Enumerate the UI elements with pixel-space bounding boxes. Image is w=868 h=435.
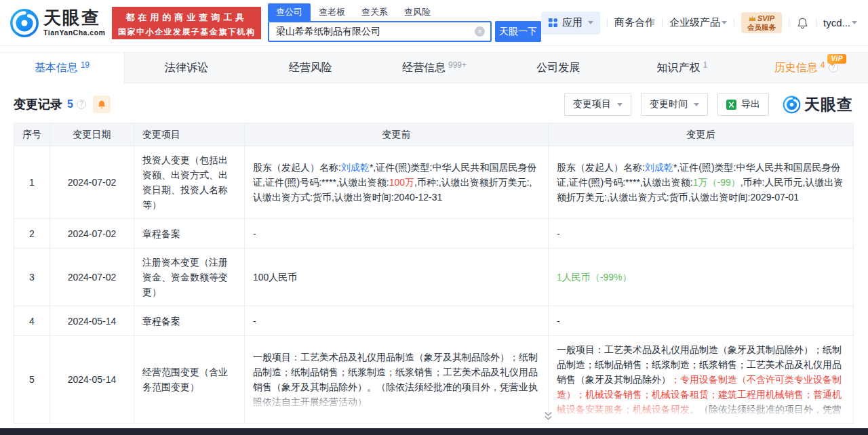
nav-tab-label: 经营信息 xyxy=(402,61,446,75)
cell-change-item: 经营范围变更（含业务范围变更） xyxy=(134,336,245,423)
column-header-date: 变更日期 xyxy=(50,123,134,146)
user-menu[interactable]: tycd... xyxy=(823,17,857,28)
tianyancha-logo[interactable]: 天眼查 TianYanCha.com xyxy=(9,8,105,38)
enterprise-product-link[interactable]: 企业级产品 xyxy=(669,16,727,29)
nav-tab-label: 经营风险 xyxy=(289,61,332,75)
search-tab-3[interactable]: 查关系 xyxy=(353,3,396,21)
cell-seq: 5 xyxy=(14,336,50,423)
filter-label: 变更时间 xyxy=(650,98,688,110)
search-tab-2[interactable]: 查老板 xyxy=(311,3,353,21)
slogan-line2: 国家中小企业发展子基金旗下机构 xyxy=(112,26,261,38)
divider xyxy=(734,18,734,28)
search-input[interactable] xyxy=(269,26,490,37)
cell-before: 一般项目：工艺美术品及礼仪用品制造（象牙及其制品除外）；纸制品制造；纸制品销售；… xyxy=(245,336,549,423)
cell-before: - xyxy=(245,219,549,249)
section-count: 5 xyxy=(67,98,73,110)
cell-before: 股东（发起人）名称:刘成乾*,证件(照)类型:中华人民共和国居民身份证,证件(照… xyxy=(245,146,549,219)
cell-before: 100人民币 xyxy=(245,249,549,306)
header-menu: 应用 商务合作 企业级产品 SVIP 会员服务 tycd... xyxy=(541,12,857,35)
nav-tab-count: 999+ xyxy=(448,60,467,70)
text-segment: 股东（发起人）名称: xyxy=(253,162,341,173)
cell-change-date: 2024-07-02 xyxy=(50,249,134,306)
section-title: 变更记录 xyxy=(14,96,62,112)
svip-sublabel: 会员服务 xyxy=(747,23,776,32)
biz-cooperation-link[interactable]: 商务合作 xyxy=(614,16,655,29)
search-tabs: 查公司查老板查关系查风险 xyxy=(268,3,541,21)
cell-change-item: 投资人变更（包括出资额、出资方式、出资日期、投资人名称等） xyxy=(134,146,245,219)
nav-tab-label: 法律诉讼 xyxy=(165,61,208,75)
divider xyxy=(816,18,816,28)
nav-tab-4[interactable]: 经营信息999+ xyxy=(372,53,496,83)
cell-after: - xyxy=(549,219,854,249)
chevron-down-icon xyxy=(588,21,593,24)
notification-bell-icon[interactable] xyxy=(796,16,809,30)
text-segment: - xyxy=(557,228,560,239)
tianyancha-watermark-icon xyxy=(783,96,801,114)
person-link[interactable]: 刘成乾 xyxy=(645,162,673,173)
nav-tab-7[interactable]: 历史信息4?VIP xyxy=(744,53,868,83)
logo-title: 天眼查 xyxy=(43,9,105,26)
nav-tab-label: 公司发展 xyxy=(536,61,580,75)
cell-after: 股东（发起人）名称:刘成乾*,证件(照)类型:中华人民共和国居民身份证,证件(照… xyxy=(549,146,854,219)
divider xyxy=(607,18,608,28)
cell-change-item: 章程备案 xyxy=(134,306,245,336)
apps-grid-icon xyxy=(548,18,558,28)
table-row: 4 2024-05-14 章程备案 - - xyxy=(14,306,854,336)
table-row: 5 2024-05-14 经营范围变更（含业务范围变更） 一般项目：工艺美术品及… xyxy=(14,336,854,423)
subscribe-bell-button[interactable] xyxy=(93,96,111,113)
text-segment: 。（除依法须经批准的项目外，凭营 xyxy=(690,404,842,415)
table-row: 2 2024-07-02 章程备案 - - xyxy=(14,219,854,249)
nav-tab-1[interactable]: 基本信息19 xyxy=(0,53,125,83)
filter-button-2[interactable]: 变更时间 xyxy=(641,93,708,116)
svip-badge[interactable]: SVIP 会员服务 xyxy=(741,12,782,34)
person-link[interactable]: 刘成乾 xyxy=(341,162,370,173)
search-tab-4[interactable]: 查风险 xyxy=(396,3,439,21)
help-icon[interactable]: ? xyxy=(77,100,86,109)
nav-tab-5[interactable]: 公司发展 xyxy=(496,53,620,83)
export-button[interactable]: 导出 xyxy=(717,93,769,116)
text-segment: 股东（发起人）名称: xyxy=(557,162,645,173)
nav-tab-2[interactable]: 法律诉讼 xyxy=(125,53,249,83)
nav-tab-6[interactable]: 知识产权1 xyxy=(620,53,745,83)
nav-tab-count: 4 xyxy=(821,60,825,70)
text-segment: 1万（-99） xyxy=(693,177,741,188)
cell-after: 一般项目：工艺美术品及礼仪用品制造（象牙及其制品除外）；纸制品制造；纸制品销售；… xyxy=(549,336,854,423)
search-button[interactable]: 天眼一下 xyxy=(495,21,541,42)
table-row: 1 2024-07-02 投资人变更（包括出资额、出资方式、出资日期、投资人名称… xyxy=(14,146,854,219)
chevron-down-icon xyxy=(694,103,699,106)
logo-subtitle: TianYanCha.com xyxy=(43,28,105,37)
search-tab-1[interactable]: 查公司 xyxy=(268,3,311,21)
column-header-item: 变更项目 xyxy=(134,123,245,146)
nav-tab-count: 1 xyxy=(703,60,708,70)
watermark-text: 天眼查 xyxy=(804,94,853,115)
cell-change-date: 2024-05-14 xyxy=(50,336,134,423)
excel-icon xyxy=(726,100,736,110)
top-bar: 天眼查 TianYanCha.com 都在用的商业查询工具 国家中小企业发展子基… xyxy=(0,0,868,46)
apps-menu[interactable]: 应用 xyxy=(541,12,600,35)
nav-tab-3[interactable]: 经营风险 xyxy=(248,53,372,83)
section-header: 变更记录 5 ? 变更项目变更时间 导出 xyxy=(14,92,853,117)
user-name: tycd... xyxy=(823,17,850,28)
text-segment: - xyxy=(253,228,256,239)
nav-tab-label: 历史信息 xyxy=(774,61,818,75)
cell-change-date: 2024-07-02 xyxy=(50,219,134,249)
chevron-down-icon xyxy=(852,21,857,24)
divider xyxy=(789,18,789,28)
column-header-before: 变更前 xyxy=(245,123,549,146)
search-input-wrap: × xyxy=(268,21,492,42)
slogan-badge: 都在用的商业查询工具 国家中小企业发展子基金旗下机构 xyxy=(112,7,261,39)
clear-icon[interactable]: × xyxy=(475,26,485,37)
filter-button-1[interactable]: 变更项目 xyxy=(564,93,631,116)
expand-chevron-icon[interactable] xyxy=(543,411,553,421)
tianyancha-watermark: 天眼查 xyxy=(783,94,853,115)
cell-seq: 1 xyxy=(14,146,50,219)
bell-icon xyxy=(97,100,106,110)
text-segment: 1人民币（-99%） xyxy=(557,272,631,283)
cell-after: 1人民币（-99%） xyxy=(549,249,854,306)
text-segment: 100人民币 xyxy=(253,272,297,283)
apps-label: 应用 xyxy=(562,16,583,29)
column-header-after: 变更后 xyxy=(549,123,854,146)
cell-after: - xyxy=(549,306,854,336)
chevron-down-icon xyxy=(617,103,623,106)
text-segment: - xyxy=(557,316,560,327)
